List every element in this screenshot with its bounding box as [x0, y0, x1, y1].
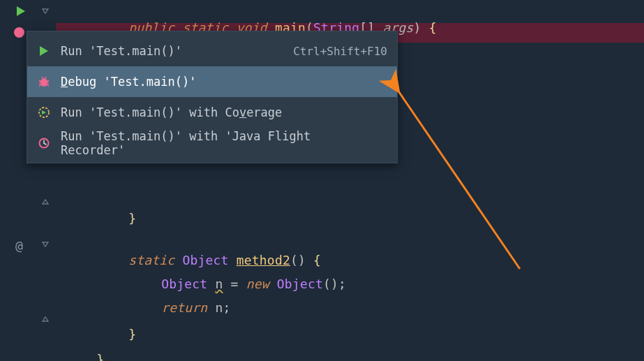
coverage-icon	[37, 105, 51, 119]
menu-shortcut: Ctrl+Shift+F10	[293, 45, 387, 58]
code-line: return n;	[130, 286, 231, 330]
brace: {	[429, 20, 437, 35]
keyword: return	[161, 300, 207, 315]
code-line: }	[66, 337, 104, 361]
menu-item-run[interactable]: Run 'Test.main()' Ctrl+Shift+F10	[27, 36, 397, 66]
punct: )	[414, 20, 421, 35]
run-icon	[37, 44, 51, 58]
bug-icon	[37, 75, 51, 89]
menu-label: Debug 'Test.main()'	[61, 75, 377, 89]
punct: ();	[323, 277, 346, 291]
run-gutter-icon[interactable]	[15, 6, 27, 17]
menu-item-jfr[interactable]: Run 'Test.main()' with 'Java Flight Reco…	[27, 128, 397, 159]
brace: }	[128, 327, 136, 341]
brace: }	[128, 211, 136, 226]
punct: =	[231, 277, 239, 291]
jfr-icon	[37, 136, 51, 150]
menu-label: Run 'Test.main()' with Coverage	[61, 105, 377, 119]
punct: ;	[223, 300, 230, 315]
svg-line-5	[39, 84, 41, 86]
type: Object	[277, 277, 323, 291]
code-line: }	[98, 196, 136, 240]
fold-end-marker-icon[interactable]	[40, 314, 50, 324]
fold-end-marker-icon[interactable]	[40, 197, 50, 207]
override-gutter-icon[interactable]: @	[15, 238, 23, 253]
fold-marker-icon[interactable]	[40, 240, 50, 250]
run-context-menu: Run 'Test.main()' Ctrl+Shift+F10 Debug '…	[27, 31, 398, 163]
menu-label: Run 'Test.main()' with 'Java Flight Reco…	[61, 129, 377, 157]
variable: n	[215, 300, 223, 315]
menu-label: Run 'Test.main()'	[61, 44, 283, 58]
svg-point-0	[40, 78, 47, 87]
menu-item-debug[interactable]: Debug 'Test.main()'	[27, 66, 397, 97]
menu-item-coverage[interactable]: Run 'Test.main()' with Coverage	[27, 97, 397, 128]
brace: }	[96, 352, 104, 361]
fold-marker-icon[interactable]	[40, 7, 50, 17]
keyword: new	[246, 277, 269, 291]
breakpoint-gutter-icon[interactable]	[13, 27, 24, 38]
svg-line-6	[47, 84, 49, 86]
